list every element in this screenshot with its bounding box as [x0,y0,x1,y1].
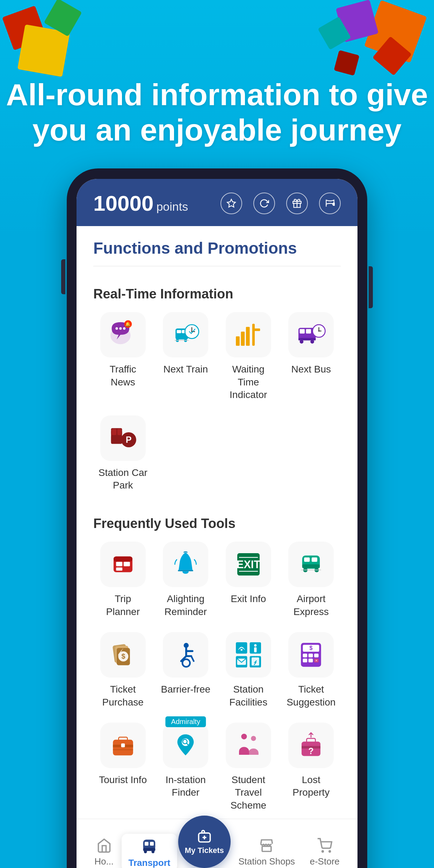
barrier-free-label: Barrier-free [161,683,210,696]
svg-rect-23 [246,327,250,346]
traffic-news-icon-bg: 🔔 [100,312,146,357]
svg-rect-45 [116,562,122,566]
ticket-purchase-item[interactable]: $ Ticket Purchase [93,629,153,712]
next-train-icon [170,319,201,350]
station-shops-icon [259,838,274,853]
lost-property-label: Lost Property [285,774,338,799]
svg-point-93 [251,736,256,741]
svg-rect-47 [116,567,122,571]
waiting-time-icon [233,319,264,350]
trip-planner-item[interactable]: Trip Planner [93,538,153,622]
svg-text:EXIT: EXIT [237,558,260,570]
svg-rect-24 [252,324,255,346]
realtime-section-title: Real-Time Information [93,276,341,302]
svg-rect-99 [145,842,149,846]
waiting-time-item[interactable]: Waiting Time Indicator [219,309,278,405]
airport-express-item[interactable]: Airport Express [282,538,341,622]
svg-rect-21 [236,337,240,346]
next-bus-item[interactable]: Next Bus [282,309,341,405]
realtime-icons-grid: 🔔 Traffic News [93,302,341,499]
svg-rect-65 [236,642,247,653]
svg-rect-52 [304,558,310,562]
svg-point-102 [144,850,147,853]
gift-icon-button[interactable] [286,193,308,214]
trip-planner-icon-bg [100,542,146,587]
svg-point-8 [123,327,125,330]
tourist-info-item[interactable]: Tourist Info [93,719,153,815]
hero-title: All-round information to give you an enj… [0,77,434,147]
ticket-suggestion-item[interactable]: $ × Ticket Suggestion [282,629,341,712]
svg-rect-54 [302,564,320,568]
my-tickets-label: My Tickets [185,846,224,855]
announcement-icon-button[interactable] [319,193,341,214]
tools-icons-grid: Trip Planner [93,531,341,819]
nav-e-store-item[interactable]: e-Store [303,835,346,868]
svg-rect-81 [309,659,313,663]
instation-finder-item[interactable]: Admiralty In-station Finder [156,719,216,815]
svg-rect-77 [303,654,308,658]
svg-rect-40 [111,435,122,442]
student-travel-item[interactable]: Student Travel Scheme [219,719,278,815]
app-header: 10000 points [77,179,357,226]
nav-home-item[interactable]: Ho... [87,835,121,868]
tourist-info-icon-bg [100,723,146,768]
student-travel-label: Student Travel Scheme [222,774,275,812]
next-bus-icon-bg [288,312,334,357]
svg-point-64 [182,659,190,667]
main-section-title-bar: Functions and Promotions [93,226,341,276]
home-icon [96,838,112,853]
nav-station-shops-label: Station Shops [238,856,295,867]
station-carpark-icon-bg: P [100,415,146,461]
svg-rect-46 [124,562,130,566]
instation-finder-icon-bg: Admiralty [163,723,208,768]
station-carpark-item[interactable]: P Station Car Park [93,412,153,496]
station-facilities-label: Station Facilities [222,683,275,709]
exit-info-item[interactable]: EXIT Exit Info [219,538,278,622]
airport-express-icon-bg [288,542,334,587]
alighting-reminder-item[interactable]: Alighting Reminder [156,538,216,622]
star-icon-button[interactable] [220,193,242,214]
waiting-time-label: Waiting Time Indicator [222,363,275,401]
svg-point-7 [119,327,122,330]
my-tickets-button[interactable]: My Tickets [178,816,231,868]
svg-point-69 [240,649,242,651]
nav-home-label: Ho... [94,856,114,867]
barrier-free-icon [170,639,201,671]
traffic-news-item[interactable]: 🔔 Traffic News [93,309,153,405]
svg-rect-39 [117,429,122,435]
next-train-item[interactable]: Next Train [156,309,216,405]
trip-planner-icon [107,549,139,580]
refresh-icon-button[interactable] [253,193,275,214]
ticket-suggestion-icon: $ × [295,639,327,671]
station-facilities-icon [233,639,264,671]
exit-info-label: Exit Info [231,593,266,605]
admiralty-badge: Admiralty [166,716,206,727]
next-train-icon-bg [163,312,208,357]
points-number: 10000 [93,191,153,216]
next-train-label: Next Train [163,363,208,376]
ticket-suggestion-label: Ticket Suggestion [285,683,338,709]
svg-rect-27 [300,329,305,334]
alighting-reminder-label: Alighting Reminder [160,593,212,618]
lost-property-icon-bg: ? [288,723,334,768]
station-carpark-icon: P [107,422,139,454]
header-icons [220,193,341,214]
lost-property-icon: ? [295,730,327,761]
station-facilities-item[interactable]: Station Facilities [219,629,278,712]
nav-transport-item[interactable]: Transport [122,834,178,868]
svg-point-4 [333,203,335,205]
svg-rect-38 [111,429,116,435]
svg-rect-22 [241,332,245,346]
lost-property-item[interactable]: ? Lost Property [282,719,341,815]
ticket-purchase-icon: $ [107,639,139,671]
barrier-free-item[interactable]: Barrier-free [156,629,216,712]
nav-transport-label: Transport [129,858,171,868]
svg-rect-12 [177,330,181,333]
svg-text:×: × [315,658,317,663]
next-bus-icon [295,319,327,350]
nav-station-shops-item[interactable]: Station Shops [231,835,302,868]
svg-text:$: $ [121,652,125,660]
svg-rect-80 [303,659,308,663]
svg-rect-79 [314,654,319,658]
phone-screen: 10000 points [77,179,357,868]
